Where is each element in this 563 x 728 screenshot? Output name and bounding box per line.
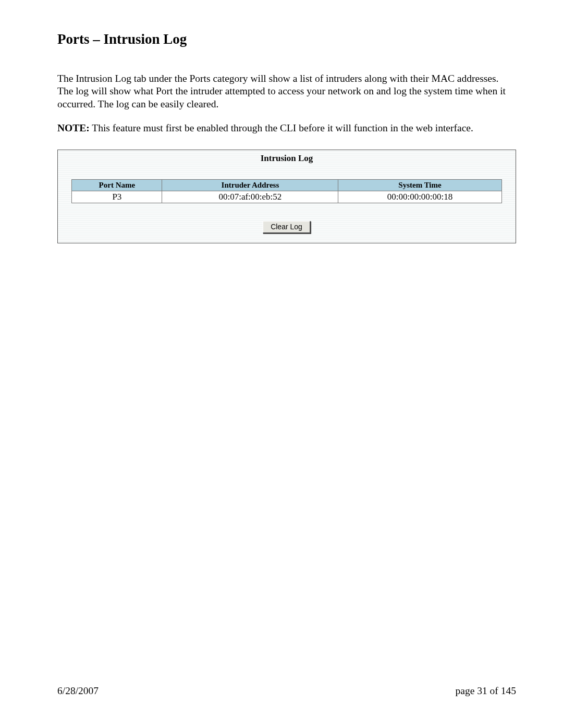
- panel-title: Intrusion Log: [58, 150, 516, 179]
- intrusion-log-table: Port Name Intruder Address System Time P…: [71, 179, 501, 203]
- column-header-intruder-address: Intruder Address: [162, 179, 338, 191]
- intrusion-log-panel: Intrusion Log Port Name Intruder Address…: [57, 150, 516, 243]
- page-title: Ports – Intrusion Log: [57, 31, 516, 47]
- note-line: NOTE: This feature must first be enabled…: [57, 122, 516, 134]
- footer-date: 6/28/2007: [57, 685, 99, 697]
- note-text: This feature must first be enabled throu…: [90, 122, 473, 133]
- column-header-system-time: System Time: [338, 179, 501, 191]
- cell-port-name: P3: [72, 191, 162, 203]
- page-footer: 6/28/2007 page 31 of 145: [57, 685, 516, 697]
- table-row: P3 00:07:af:00:eb:52 00:00:00:00:00:18: [72, 191, 501, 203]
- cell-intruder-address: 00:07:af:00:eb:52: [162, 191, 338, 203]
- footer-page-info: page 31 of 145: [456, 685, 516, 697]
- cell-system-time: 00:00:00:00:00:18: [338, 191, 501, 203]
- intro-paragraph: The Intrusion Log tab under the Ports ca…: [57, 72, 516, 110]
- note-label: NOTE:: [57, 122, 90, 133]
- button-row: Clear Log: [58, 203, 516, 233]
- column-header-port-name: Port Name: [72, 179, 162, 191]
- clear-log-button[interactable]: Clear Log: [263, 221, 311, 233]
- table-header-row: Port Name Intruder Address System Time: [72, 179, 501, 191]
